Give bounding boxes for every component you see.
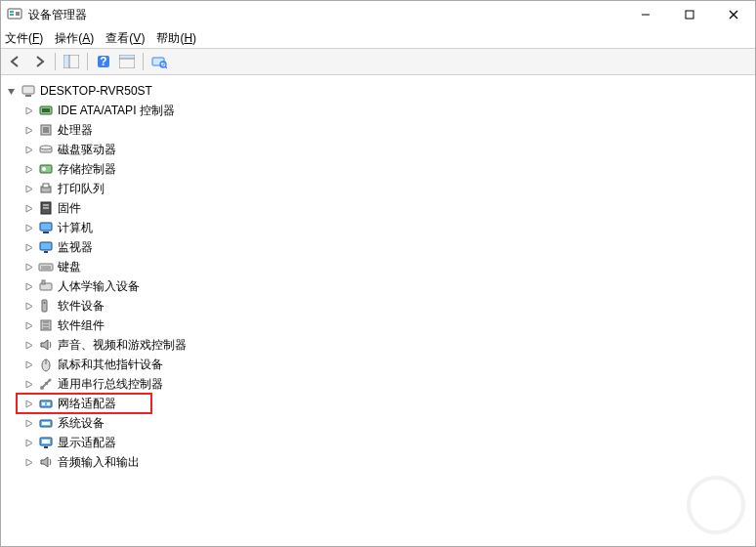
chevron-right-icon[interactable] <box>22 222 34 233</box>
svg-rect-20 <box>25 95 31 97</box>
app-icon <box>7 7 22 22</box>
svg-rect-42 <box>42 280 45 284</box>
svg-rect-37 <box>44 251 48 253</box>
chevron-right-icon[interactable] <box>22 261 34 273</box>
tree-root[interactable]: DESKTOP-RVR50ST <box>1 81 755 101</box>
tree-item-label: 声音、视频和游戏控制器 <box>58 337 187 354</box>
network-icon <box>38 396 54 411</box>
tree-item-system[interactable]: 系统设备 <box>1 413 755 433</box>
show-hide-tree-button[interactable] <box>61 51 82 72</box>
toolbar-separator <box>87 53 88 70</box>
tree-item-hid[interactable]: 人体学输入设备 <box>1 276 755 296</box>
back-button[interactable] <box>5 51 26 72</box>
svg-rect-5 <box>686 11 693 19</box>
svg-rect-53 <box>47 402 50 405</box>
chevron-right-icon[interactable] <box>22 339 34 351</box>
chevron-down-icon[interactable] <box>5 85 17 97</box>
svg-text:?: ? <box>100 55 106 68</box>
tree-item-swcomponent[interactable]: 软件组件 <box>1 316 755 335</box>
chevron-right-icon[interactable] <box>22 144 34 155</box>
chevron-right-icon[interactable] <box>22 319 34 331</box>
svg-rect-1 <box>10 11 14 13</box>
chevron-right-icon[interactable] <box>22 358 34 370</box>
tree-item-storage[interactable]: 存储控制器 <box>1 159 755 179</box>
tree-item-label: 计算机 <box>58 220 93 236</box>
toolbar-separator <box>143 53 144 70</box>
printer-icon <box>38 181 54 196</box>
chevron-right-icon[interactable] <box>22 105 34 116</box>
tree-item-network[interactable]: 网络适配器 <box>1 394 755 413</box>
tree-item-label: 处理器 <box>58 122 93 139</box>
tree-item-label: 存储控制器 <box>58 161 116 178</box>
chevron-right-icon[interactable] <box>22 437 34 448</box>
tree-item-keyboard[interactable]: 键盘 <box>1 257 755 276</box>
ide-icon <box>38 103 54 118</box>
monitor-icon <box>38 239 54 255</box>
tree-item-audioio[interactable]: 音频输入和输出 <box>1 452 755 472</box>
tree-item-label: 系统设备 <box>58 415 105 432</box>
chevron-right-icon[interactable] <box>22 398 34 409</box>
tree-item-label: 固件 <box>58 200 81 217</box>
sound-icon <box>38 454 54 470</box>
close-button[interactable] <box>711 1 755 28</box>
computer-icon <box>21 83 36 99</box>
chevron-right-icon[interactable] <box>22 183 34 194</box>
svg-rect-9 <box>64 56 69 67</box>
chevron-right-icon[interactable] <box>22 241 34 253</box>
tree-item-label: 软件组件 <box>58 317 105 334</box>
tree-item-display[interactable]: 显示适配器 <box>1 433 755 452</box>
chevron-right-icon[interactable] <box>22 124 34 136</box>
tree-item-label: 鼠标和其他指针设备 <box>58 357 163 373</box>
tree-item-label: 音频输入和输出 <box>58 454 140 471</box>
svg-rect-3 <box>16 12 20 16</box>
chevron-right-icon[interactable] <box>22 202 34 214</box>
hid-icon <box>38 278 54 294</box>
chevron-right-icon[interactable] <box>22 280 34 292</box>
svg-rect-55 <box>42 422 50 425</box>
tree-item-firmware[interactable]: 固件 <box>1 198 755 218</box>
tree-item-monitor[interactable]: 监视器 <box>1 237 755 257</box>
svg-line-18 <box>165 66 167 68</box>
properties-button[interactable] <box>116 51 138 72</box>
tree-item-mouse[interactable]: 鼠标和其他指针设备 <box>1 355 755 374</box>
svg-rect-58 <box>44 446 48 448</box>
disk-icon <box>38 142 54 157</box>
tree-item-swdevice[interactable]: 软件设备 <box>1 296 755 316</box>
forward-button[interactable] <box>28 51 50 72</box>
tree-item-label: 显示适配器 <box>58 435 116 451</box>
tree-item-label: 磁盘驱动器 <box>58 142 116 158</box>
tree-item-usb[interactable]: 通用串行总线控制器 <box>1 374 755 394</box>
svg-rect-19 <box>22 86 34 94</box>
tree-item-disk[interactable]: 磁盘驱动器 <box>1 140 755 159</box>
chevron-right-icon[interactable] <box>22 300 34 312</box>
tree-item-ide[interactable]: IDE ATA/ATAPI 控制器 <box>1 101 755 120</box>
svg-rect-35 <box>43 231 49 233</box>
tree-item-processor[interactable]: 处理器 <box>1 120 755 140</box>
tree-item-computer[interactable]: 计算机 <box>1 218 755 237</box>
tree-item-label: 软件设备 <box>58 298 105 315</box>
chevron-right-icon[interactable] <box>22 163 34 175</box>
watermark <box>687 476 745 536</box>
tree-item-label: 通用串行总线控制器 <box>58 376 163 393</box>
help-button[interactable]: ? <box>93 51 114 72</box>
tree-area[interactable]: DESKTOP-RVR50ST IDE ATA/ATAPI 控制器处理器磁盘驱动… <box>1 77 755 546</box>
menu-action[interactable]: 操作(A) <box>55 30 94 47</box>
maximize-button[interactable] <box>667 1 711 28</box>
scan-hardware-button[interactable] <box>148 51 170 72</box>
menu-help[interactable]: 帮助(H) <box>156 30 196 47</box>
computer-icon <box>38 220 54 235</box>
svg-rect-43 <box>42 300 47 312</box>
titlebar: 设备管理器 <box>1 1 755 28</box>
menubar: 文件(F) 操作(A) 查看(V) 帮助(H) <box>1 28 755 48</box>
chevron-right-icon[interactable] <box>22 456 34 468</box>
tree-item-label: 键盘 <box>58 259 81 275</box>
chevron-right-icon[interactable] <box>22 417 34 429</box>
menu-view[interactable]: 查看(V) <box>105 30 145 47</box>
svg-rect-36 <box>40 242 52 250</box>
tree-item-sound[interactable]: 声音、视频和游戏控制器 <box>1 335 755 355</box>
svg-rect-24 <box>43 127 49 133</box>
menu-file[interactable]: 文件(F) <box>5 30 43 47</box>
minimize-button[interactable] <box>623 1 667 28</box>
tree-item-printqueue[interactable]: 打印队列 <box>1 179 755 198</box>
chevron-right-icon[interactable] <box>22 378 34 390</box>
